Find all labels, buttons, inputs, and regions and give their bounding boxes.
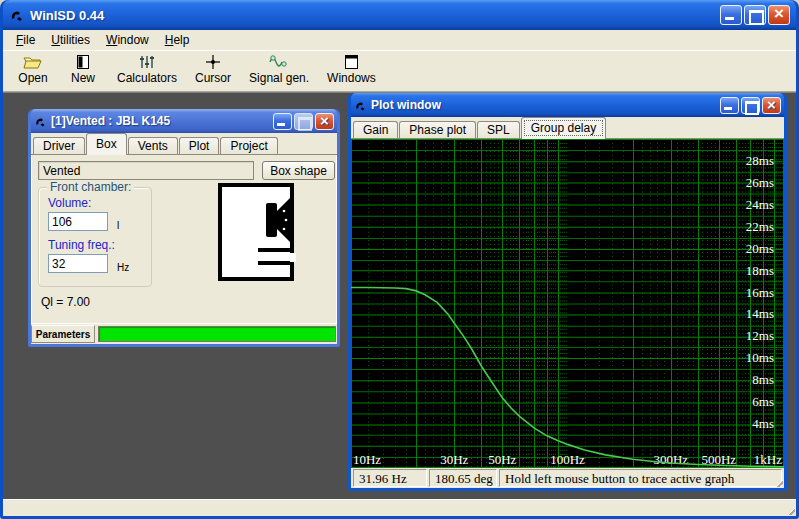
open-button[interactable]: Open xyxy=(11,53,55,86)
vented-minimize-button[interactable] xyxy=(273,113,292,130)
svg-text:16ms: 16ms xyxy=(746,285,774,300)
plot-minimize-button[interactable] xyxy=(720,97,739,114)
svg-text:1kHz: 1kHz xyxy=(754,452,782,467)
main-titlebar[interactable]: WinISD 0.44 xyxy=(3,0,796,30)
mdi-workspace: [1]Vented : JBL K145 Driver Box Vents Pl… xyxy=(3,92,796,499)
main-window-title: WinISD 0.44 xyxy=(30,8,715,23)
vented-window-title: [1]Vented : JBL K145 xyxy=(51,114,269,128)
plot-maximize-button[interactable] xyxy=(741,97,760,114)
svg-text:18ms: 18ms xyxy=(746,263,774,278)
new-button[interactable]: New xyxy=(61,53,105,86)
group-delay-plot[interactable]: 4ms6ms8ms10ms12ms14ms16ms18ms20ms22ms24m… xyxy=(351,139,784,468)
menu-window[interactable]: Window xyxy=(99,31,156,49)
svg-text:26ms: 26ms xyxy=(746,175,774,190)
screen: WinISD 0.44 File Utilities Window Help xyxy=(0,0,799,519)
svg-text:14ms: 14ms xyxy=(746,306,774,321)
parameters-progress-bar xyxy=(98,326,336,342)
tab-project[interactable]: Project xyxy=(220,137,277,155)
vented-close-button[interactable] xyxy=(315,113,334,130)
status-hint: Hold left mouse button to trace active g… xyxy=(499,469,782,487)
volume-label: Volume: xyxy=(48,196,91,210)
vented-box-drawing-icon xyxy=(218,183,296,281)
vented-window[interactable]: [1]Vented : JBL K145 Driver Box Vents Pl… xyxy=(28,109,340,347)
svg-text:4ms: 4ms xyxy=(752,416,774,431)
main-window-controls xyxy=(720,5,790,25)
menu-help[interactable]: Help xyxy=(158,31,197,49)
svg-text:8ms: 8ms xyxy=(752,372,774,387)
signal-generator-icon xyxy=(268,54,290,70)
svg-text:6ms: 6ms xyxy=(752,394,774,409)
tuning-freq-unit: Hz xyxy=(117,262,129,273)
cursor-phase-readout: 180.65 deg xyxy=(429,469,497,487)
group-delay-chart[interactable]: 4ms6ms8ms10ms12ms14ms16ms18ms20ms22ms24m… xyxy=(351,139,784,468)
box-type-field[interactable] xyxy=(38,161,254,180)
vented-tab-bar: Driver Box Vents Plot Project xyxy=(31,133,337,155)
plot-status-bar: 31.96 Hz 180.65 deg Hold left mouse butt… xyxy=(351,468,784,488)
svg-text:22ms: 22ms xyxy=(746,219,774,234)
vented-window-controls xyxy=(273,113,334,130)
main-resize-grip[interactable] xyxy=(782,502,795,515)
vented-titlebar[interactable]: [1]Vented : JBL K145 xyxy=(31,109,337,133)
vented-bottom-bar: Parameters xyxy=(31,324,337,344)
svg-text:12ms: 12ms xyxy=(746,328,774,343)
windows-button[interactable]: Windows xyxy=(321,53,382,86)
cursor-frequency-readout: 31.96 Hz xyxy=(353,469,427,487)
menu-file[interactable]: File xyxy=(9,31,42,49)
tab-phase-plot[interactable]: Phase plot xyxy=(399,121,476,139)
parameters-tab[interactable]: Parameters xyxy=(31,325,95,343)
new-document-icon xyxy=(76,54,90,70)
app-body: File Utilities Window Help Open xyxy=(3,30,796,516)
main-status-bar xyxy=(3,499,796,516)
svg-text:24ms: 24ms xyxy=(746,197,774,212)
svg-text:28ms: 28ms xyxy=(746,153,774,168)
volume-input[interactable] xyxy=(48,212,108,231)
winisd-main-window: WinISD 0.44 File Utilities Window Help xyxy=(0,0,799,519)
box-shape-diagram xyxy=(218,183,296,281)
box-tab-content: Box shape Front chamber: Volume: l Tunin… xyxy=(31,155,337,324)
plot-window-controls xyxy=(720,97,781,114)
tab-box[interactable]: Box xyxy=(86,133,127,155)
tab-driver[interactable]: Driver xyxy=(33,137,85,155)
menu-utilities[interactable]: Utilities xyxy=(44,31,97,49)
front-chamber-legend: Front chamber: xyxy=(47,180,134,194)
calculators-icon xyxy=(138,54,156,70)
ql-readout: Ql = 7.00 xyxy=(41,295,90,309)
svg-text:30Hz: 30Hz xyxy=(440,452,468,467)
app-icon xyxy=(9,7,25,23)
tuning-freq-input[interactable] xyxy=(48,254,108,273)
tab-group-delay[interactable]: Group delay xyxy=(521,117,606,139)
windows-icon xyxy=(344,54,359,70)
plot-close-button[interactable] xyxy=(762,97,781,114)
svg-text:10ms: 10ms xyxy=(746,350,774,365)
signal-gen-button[interactable]: Signal gen. xyxy=(243,53,315,86)
plot-window[interactable]: Plot window Gain Phase plot SPL Group de… xyxy=(348,93,787,491)
front-chamber-group: Front chamber: Volume: l Tuning freq.: H… xyxy=(38,187,152,287)
volume-unit: l xyxy=(117,220,119,231)
calculators-button[interactable]: Calculators xyxy=(111,53,183,86)
toolbar: Open New xyxy=(3,50,796,92)
svg-text:300Hz: 300Hz xyxy=(653,452,688,467)
box-shape-button[interactable]: Box shape xyxy=(262,161,335,180)
plot-titlebar[interactable]: Plot window xyxy=(351,93,784,117)
svg-text:100Hz: 100Hz xyxy=(550,452,585,467)
svg-text:50Hz: 50Hz xyxy=(488,452,516,467)
svg-text:20ms: 20ms xyxy=(746,241,774,256)
svg-text:10Hz: 10Hz xyxy=(353,452,381,467)
plot-window-icon xyxy=(354,99,367,112)
open-folder-icon xyxy=(23,54,43,70)
plot-window-title: Plot window xyxy=(371,98,716,112)
cursor-crosshair-icon xyxy=(205,54,221,70)
tab-gain[interactable]: Gain xyxy=(353,121,398,139)
close-button[interactable] xyxy=(768,5,790,25)
plot-tab-bar: Gain Phase plot SPL Group delay xyxy=(351,117,784,139)
vented-window-icon xyxy=(34,115,47,128)
tab-plot[interactable]: Plot xyxy=(179,137,220,155)
minimize-button[interactable] xyxy=(720,5,742,25)
menu-bar: File Utilities Window Help xyxy=(3,30,796,50)
tab-spl[interactable]: SPL xyxy=(477,121,520,139)
tuning-freq-label: Tuning freq.: xyxy=(48,238,115,252)
maximize-button[interactable] xyxy=(744,5,766,25)
vented-maximize-button xyxy=(294,113,313,130)
tab-vents[interactable]: Vents xyxy=(128,137,178,155)
cursor-button[interactable]: Cursor xyxy=(189,53,237,86)
